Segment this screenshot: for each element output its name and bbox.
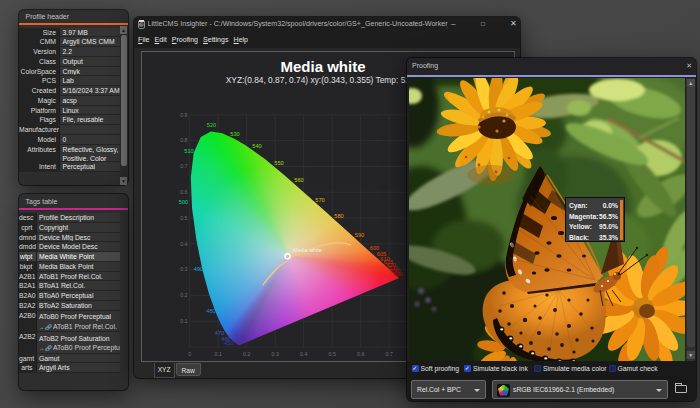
svg-text:570: 570 (315, 196, 324, 202)
svg-text:530: 530 (230, 130, 239, 136)
svg-text:510: 510 (184, 147, 193, 153)
svg-text:450: 450 (224, 339, 233, 345)
svg-text:500: 500 (179, 199, 188, 205)
svg-text:580: 580 (334, 213, 343, 219)
svg-text:680: 680 (393, 271, 402, 277)
svg-text:480: 480 (206, 308, 215, 314)
svg-text:550: 550 (274, 159, 283, 165)
svg-text:Media white: Media white (293, 246, 322, 252)
svg-text:590: 590 (355, 231, 364, 237)
svg-text:560: 560 (294, 176, 303, 182)
svg-text:490: 490 (194, 266, 203, 272)
svg-text:470: 470 (215, 330, 224, 336)
svg-text:540: 540 (252, 143, 261, 149)
svg-text:520: 520 (207, 121, 216, 127)
